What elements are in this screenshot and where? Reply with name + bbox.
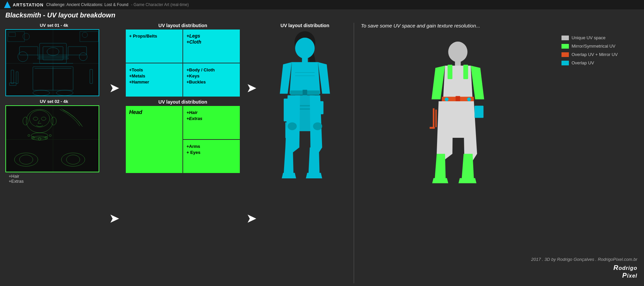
svg-point-48 xyxy=(295,38,315,58)
svg-point-66 xyxy=(448,42,467,62)
legend-color-unique xyxy=(561,36,569,40)
uv-set-02-group: UV set 02 - 4k xyxy=(5,99,103,184)
arrow-right-4: ➤ xyxy=(246,212,257,225)
uv-sets-panel: UV set 01 - 4k xyxy=(5,23,103,283)
svg-rect-49 xyxy=(302,57,308,63)
legend-text-overlap: Overlap UV xyxy=(572,60,594,65)
uv-set-01-label: UV set 01 - 4k xyxy=(5,23,103,28)
right-title: To save some UV space and gain texture r… xyxy=(361,23,639,28)
distribution-top-grid: + Props/Belts +Legs+Cloth +Tools+Metals+… xyxy=(126,30,240,97)
cell-props-belts: + Props/Belts xyxy=(126,30,182,63)
right-panel: To save some UV space and gain texture r… xyxy=(361,23,639,283)
character-legend xyxy=(408,35,508,253)
character-cyan xyxy=(266,30,343,258)
svg-rect-73 xyxy=(447,65,452,79)
legend-character-area xyxy=(361,32,555,283)
svg-point-65 xyxy=(313,122,322,130)
uv-set-02-text: +Hair+Extras xyxy=(5,174,103,184)
distribution-bottom-title: UV layout distribution xyxy=(126,99,240,105)
svg-rect-78 xyxy=(475,106,484,118)
legend-color-overlap-mirror xyxy=(561,52,569,57)
legend-item-unique: Unique UV space xyxy=(561,35,639,40)
legend-text-mirror: Mirror/Symmetrical UV xyxy=(572,44,615,49)
uv-wireframe-01 xyxy=(6,30,99,96)
character-model-panel: UV layout distribution xyxy=(263,23,347,283)
legend-panel: Unique UV space Mirror/Symmetrical UV Ov… xyxy=(561,32,639,283)
distribution-panel: UV layout distribution + Props/Belts +Le… xyxy=(126,23,240,283)
cell-tools: +Tools+Metals+Hammer xyxy=(126,63,182,97)
cell-legs-cloth: +Legs+Cloth xyxy=(183,30,240,63)
svg-rect-0 xyxy=(6,30,99,96)
legend-text-unique: Unique UV space xyxy=(572,35,605,40)
distribution-bottom-grid: Head +Hair+Extras +Arms+ Eyes xyxy=(126,106,240,173)
uv-distribution-title: UV layout distribution xyxy=(280,23,329,28)
svg-rect-77 xyxy=(430,127,435,129)
distribution-top-title: UV layout distribution xyxy=(126,23,240,28)
right-content: Unique UV space Mirror/Symmetrical UV Ov… xyxy=(361,32,639,283)
arrow-right-2: ➤ xyxy=(109,212,120,225)
challenge-title: Challenge: Ancient Civilizations: Lost &… xyxy=(46,2,128,7)
main-content: UV set 01 - 4k xyxy=(0,20,644,286)
distribution-top-group: UV layout distribution + Props/Belts +Le… xyxy=(126,23,240,97)
artstation-icon xyxy=(4,1,11,8)
svg-rect-76 xyxy=(435,110,437,127)
uv-set-02-image xyxy=(5,105,99,172)
cell-head: Head xyxy=(126,106,182,173)
challenge-subtitle: - Game Character Art (real-time) xyxy=(131,2,189,7)
artstation-logo: ARTSTATION xyxy=(4,1,44,8)
distribution-bottom-group: UV layout distribution Head +Hair+Extras… xyxy=(126,99,240,173)
uv-set-01-image xyxy=(5,29,99,96)
uv-set-01-group: UV set 01 - 4k xyxy=(5,23,103,96)
top-bar: ARTSTATION Challenge: Ancient Civilizati… xyxy=(0,0,644,9)
credit-area: 2017 . 3D by Rodrigo Gonçalves . Rodrigo… xyxy=(531,257,638,279)
cell-body-cloth: +Body / Cloth+Keys+Buckles xyxy=(183,63,240,97)
legend-item-mirror: Mirror/Symmetrical UV xyxy=(561,44,639,49)
svg-point-80 xyxy=(467,97,471,101)
legend-item-overlap: Overlap UV xyxy=(561,60,639,65)
legend-item-overlap-mirror: Overlap UV + Mirror UV xyxy=(561,52,639,57)
credit-text: 2017 . 3D by Rodrigo Gonçalves . Rodrigo… xyxy=(531,257,638,262)
arrow-right-3: ➤ xyxy=(246,81,257,94)
legend-text-overlap-mirror: Overlap UV + Mirror UV xyxy=(572,52,618,57)
divider xyxy=(354,23,354,283)
logo-bottom: Rodrigo Píxel xyxy=(531,264,638,279)
svg-point-64 xyxy=(288,122,297,130)
uv-wireframe-02 xyxy=(6,106,99,172)
uv-set-02-label: UV set 02 - 4k xyxy=(5,99,103,104)
svg-rect-56 xyxy=(303,90,307,96)
arrow-right-1: ➤ xyxy=(109,81,120,94)
svg-rect-74 xyxy=(463,65,468,79)
page-title: Blacksmith - UV layout breakdown xyxy=(5,11,115,19)
legend-color-mirror xyxy=(561,44,569,49)
arrows-left: ➤ ➤ xyxy=(107,23,122,283)
svg-rect-67 xyxy=(455,61,461,66)
artstation-text: ARTSTATION xyxy=(13,2,44,7)
svg-rect-27 xyxy=(6,106,99,172)
svg-rect-75 xyxy=(433,108,434,127)
legend-color-overlap xyxy=(561,61,569,65)
svg-point-79 xyxy=(445,97,448,101)
arrows-right: ➤ ➤ xyxy=(244,23,259,283)
cell-hair-extras: +Hair+Extras xyxy=(183,106,240,139)
cell-arms-eyes: +Arms+ Eyes xyxy=(183,140,240,173)
